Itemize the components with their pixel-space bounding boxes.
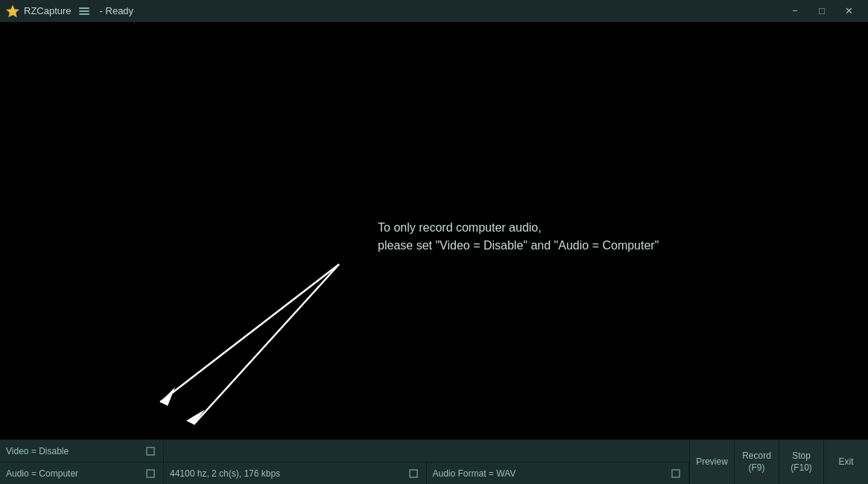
exit-label: Exit — [838, 456, 853, 468]
audio-info-field: 44100 hz, 2 ch(s), 176 kbps — [164, 462, 427, 484]
menu-line1 — [79, 7, 89, 9]
audio-expand-button[interactable] — [144, 467, 157, 480]
audio-label: Audio = Computer — [6, 468, 141, 479]
statusbar-row2: Audio = Computer 44100 hz, 2 ch(s), 176 … — [0, 462, 689, 484]
close-button[interactable]: ✕ — [835, 0, 862, 22]
exit-button[interactable]: Exit — [823, 440, 868, 484]
svg-line-3 — [194, 264, 339, 424]
app-status: - Ready — [100, 5, 134, 16]
menu-line2 — [79, 10, 89, 12]
svg-rect-8 — [672, 470, 679, 477]
statusbar-row1: Video = Disable — [0, 440, 689, 462]
preview-label: Preview — [696, 456, 728, 468]
action-buttons: Preview Record (F9) Stop (F10) Exit — [689, 440, 868, 484]
audio-info-label: 44100 hz, 2 ch(s), 176 kbps — [170, 468, 404, 479]
record-button[interactable]: Record (F9) — [734, 440, 779, 484]
audio-info-expand-button[interactable] — [407, 467, 420, 480]
app-title: RZCapture — [24, 5, 72, 16]
stop-button[interactable]: Stop (F10) — [779, 440, 823, 484]
video-field: Video = Disable — [0, 440, 164, 462]
audio-field: Audio = Computer — [0, 462, 164, 484]
instruction-overlay: To only record computer audio, please se… — [378, 221, 659, 252]
svg-marker-4 — [186, 410, 205, 424]
statusbar: Video = Disable Audio = Computer — [0, 439, 868, 484]
titlebar-left: RZCapture - Ready — [6, 4, 133, 18]
svg-rect-5 — [147, 448, 154, 455]
svg-marker-2 — [160, 387, 175, 406]
maximize-button[interactable]: □ — [808, 0, 835, 22]
titlebar-controls: − □ ✕ — [782, 0, 862, 22]
video-expand-button[interactable] — [144, 445, 157, 458]
menu-icon[interactable] — [76, 6, 92, 16]
statusbar-rows: Video = Disable Audio = Computer — [0, 440, 689, 484]
audio-format-label: Audio Format = WAV — [433, 468, 667, 479]
preview-area: To only record computer audio, please se… — [0, 22, 868, 439]
stop-label: Stop (F10) — [791, 450, 812, 474]
audio-format-expand-button[interactable] — [669, 467, 682, 480]
menu-line3 — [79, 13, 89, 15]
record-label: Record (F9) — [742, 450, 771, 474]
app-logo-icon — [6, 4, 19, 18]
audio-format-field: Audio Format = WAV — [427, 462, 690, 484]
preview-button[interactable]: Preview — [689, 440, 734, 484]
svg-rect-7 — [410, 470, 417, 477]
instruction-line2: please set "Video = Disable" and "Audio … — [378, 239, 659, 252]
titlebar: RZCapture - Ready − □ ✕ — [0, 0, 868, 22]
svg-rect-6 — [147, 470, 154, 477]
svg-line-1 — [160, 264, 339, 402]
svg-marker-0 — [7, 5, 19, 17]
instruction-line1: To only record computer audio, — [378, 221, 659, 235]
video-label: Video = Disable — [6, 446, 141, 456]
minimize-button[interactable]: − — [782, 0, 808, 22]
